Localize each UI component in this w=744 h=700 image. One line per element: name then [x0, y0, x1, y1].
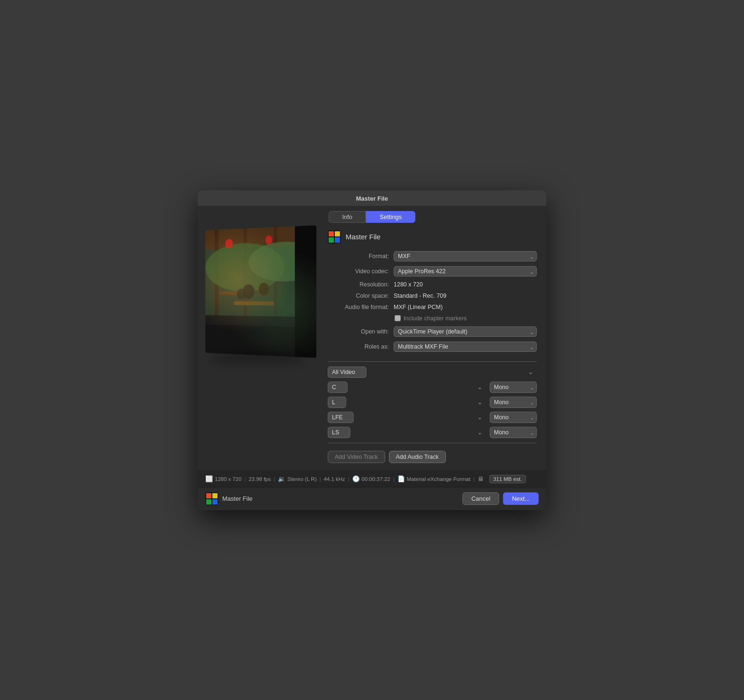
svg-rect-7	[205, 315, 316, 358]
info-panel: Master File Format: MXF Video codec: App…	[328, 230, 537, 463]
titlebar: Master File	[198, 190, 546, 206]
preview-image	[205, 225, 316, 358]
footer-left: Master File	[205, 492, 252, 505]
speaker-icon: 🔉	[278, 475, 285, 482]
chapter-markers-checkbox[interactable]	[395, 315, 401, 321]
resolution-label: Resolution:	[328, 281, 394, 288]
format-select-wrapper: MXF	[394, 251, 537, 261]
status-fps: 23.98 fps	[249, 476, 271, 482]
open-with-label: Open with:	[328, 328, 394, 335]
format-select[interactable]: MXF	[394, 251, 537, 261]
mono-l-select-wrapper: Mono	[490, 397, 537, 408]
video-track-row: All Video	[328, 366, 537, 378]
status-audio: Stereo (L R)	[287, 476, 316, 482]
add-track-row: Add Video Track Add Audio Track	[328, 451, 537, 463]
mono-c-select[interactable]: Mono	[490, 382, 537, 393]
cancel-button[interactable]: Cancel	[462, 492, 499, 505]
svg-rect-23	[206, 493, 211, 498]
window-title: Master File	[356, 195, 388, 202]
svg-rect-19	[335, 231, 340, 236]
sep-1: |	[244, 476, 246, 482]
color-space-value: Standard - Rec. 709	[394, 293, 537, 299]
status-sample-rate: 44.1 kHz	[323, 476, 345, 482]
sep-3: |	[319, 476, 321, 482]
duration-status: 🕐 00:00:37:22	[352, 475, 390, 482]
file-icon: 📄	[397, 475, 405, 482]
format-label: Format:	[328, 253, 394, 260]
svg-rect-25	[206, 499, 211, 505]
channel-c-select[interactable]: C	[328, 382, 348, 393]
channel-lfe-select[interactable]: LFE	[328, 412, 354, 423]
video-codec-select[interactable]: Apple ProRes 422	[394, 266, 537, 277]
svg-point-6	[249, 240, 316, 282]
svg-rect-4	[274, 227, 277, 317]
header-title: Master File	[346, 233, 380, 241]
footer-title: Master File	[222, 495, 252, 502]
channel-l-select[interactable]: L	[328, 397, 346, 408]
mono-ls-select[interactable]: Mono	[490, 427, 537, 438]
svg-rect-0	[205, 225, 316, 358]
open-with-select[interactable]: QuickTime Player (default)	[394, 326, 537, 337]
footer-buttons: Cancel Next...	[462, 492, 539, 505]
roles-as-select[interactable]: Multitrack MXF File	[394, 342, 537, 352]
audio-row-0: C Mono	[328, 382, 537, 393]
fps-status: 23.98 fps	[249, 476, 271, 482]
color-space-label: Color space:	[328, 293, 394, 299]
sample-rate-status: 44.1 kHz	[323, 476, 345, 482]
status-bar: ⬜ 1280 x 720 | 23.98 fps | 🔉 Stereo (L R…	[198, 471, 546, 487]
open-with-select-wrapper: QuickTime Player (default)	[394, 326, 537, 337]
channel-l-select-wrapper: L	[328, 397, 486, 408]
svg-point-10	[243, 284, 254, 299]
divider-1	[328, 361, 537, 362]
add-audio-track-button[interactable]: Add Audio Track	[389, 451, 446, 463]
audio-format-value: MXF (Linear PCM)	[394, 304, 537, 310]
audio-row-3: LS Mono	[328, 427, 537, 438]
all-video-select-wrapper: All Video	[328, 366, 537, 378]
svg-rect-9	[219, 292, 249, 294]
audio-status: 🔉 Stereo (L R)	[278, 475, 316, 482]
roles-as-select-wrapper: Multitrack MXF File	[394, 342, 537, 352]
mono-lfe-select-wrapper: Mono	[490, 412, 537, 423]
master-file-header: Master File	[328, 230, 537, 244]
preview-shadow	[210, 353, 304, 367]
sep-4: |	[348, 476, 349, 482]
audio-row-2: LFE Mono	[328, 412, 537, 423]
status-duration: 00:00:37:22	[362, 476, 390, 482]
tab-row: Info Settings	[198, 206, 546, 223]
channel-ls-select[interactable]: LS	[328, 427, 350, 438]
format-status: 📄 Material eXchange Format	[397, 475, 471, 482]
channel-ls-select-wrapper: LS	[328, 427, 486, 438]
svg-point-14	[265, 235, 272, 244]
mono-ls-select-wrapper: Mono	[490, 427, 537, 438]
status-resolution: 1280 x 720	[215, 476, 242, 482]
video-codec-select-wrapper: Apple ProRes 422	[394, 266, 537, 277]
footer: Master File Cancel Next...	[198, 487, 546, 510]
mono-l-select[interactable]: Mono	[490, 397, 537, 408]
svg-rect-3	[243, 228, 246, 325]
clock-icon: 🕐	[352, 475, 360, 482]
master-file-window: Master File Info Settings	[198, 190, 546, 510]
next-button[interactable]: Next...	[503, 492, 539, 505]
svg-point-13	[225, 238, 233, 248]
status-format: Material eXchange Format	[407, 476, 471, 482]
sep-2: |	[274, 476, 275, 482]
svg-point-12	[237, 288, 246, 299]
svg-rect-24	[212, 493, 218, 498]
footer-fcpx-icon	[205, 492, 218, 505]
size-badge: 311 MB est.	[489, 475, 526, 483]
resolution-value: 1280 x 720	[394, 281, 537, 288]
svg-point-11	[259, 283, 269, 295]
all-video-select[interactable]: All Video	[328, 366, 366, 378]
resolution-icon: ⬜	[205, 475, 213, 482]
svg-rect-16	[205, 325, 295, 357]
chapter-markers-row: Include chapter markers	[394, 315, 537, 322]
mono-lfe-select[interactable]: Mono	[490, 412, 537, 423]
svg-rect-2	[215, 229, 218, 353]
settings-grid: Format: MXF Video codec: Apple ProRes 42…	[328, 251, 537, 352]
main-content: Master File Format: MXF Video codec: App…	[198, 223, 546, 471]
video-codec-label: Video codec:	[328, 268, 394, 275]
add-video-track-button[interactable]: Add Video Track	[328, 451, 385, 463]
svg-rect-15	[295, 225, 316, 358]
tab-settings[interactable]: Settings	[366, 211, 415, 223]
tab-info[interactable]: Info	[329, 211, 366, 223]
